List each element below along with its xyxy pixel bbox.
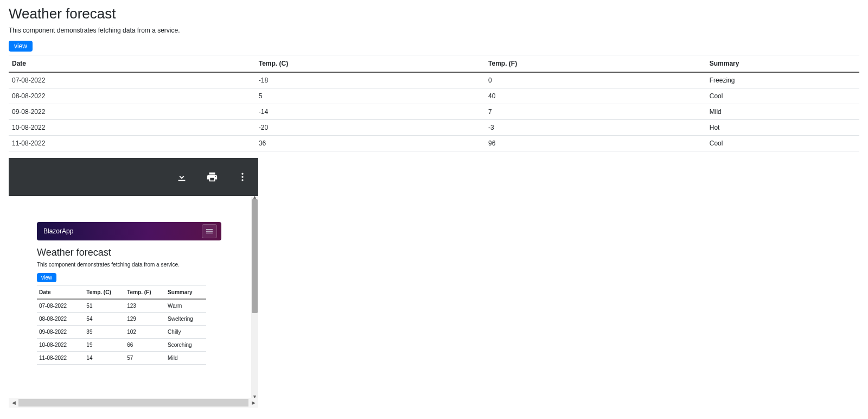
cell-summary: Freezing bbox=[706, 72, 859, 88]
scroll-track[interactable] bbox=[18, 399, 248, 407]
cell-tempf: 123 bbox=[125, 299, 165, 313]
col-date: Date bbox=[37, 286, 84, 300]
cell-summary: Mild bbox=[165, 352, 206, 365]
hamburger-icon[interactable] bbox=[202, 224, 217, 238]
cell-tempc: -20 bbox=[256, 120, 485, 136]
page-description: This component demonstrates fetching dat… bbox=[9, 27, 859, 34]
cell-tempc: 19 bbox=[84, 339, 125, 352]
cell-date: 08-08-2022 bbox=[37, 313, 84, 326]
col-date: Date bbox=[9, 55, 256, 73]
pdf-toolbar bbox=[9, 158, 258, 196]
cell-tempf: 96 bbox=[485, 136, 706, 151]
cell-tempf: 102 bbox=[125, 326, 165, 339]
cell-tempf: 0 bbox=[485, 72, 706, 88]
pdf-view-button[interactable]: view bbox=[37, 273, 56, 282]
svg-point-0 bbox=[241, 173, 243, 175]
table-row: 07-08-2022-180Freezing bbox=[9, 72, 859, 88]
pdf-page-title: Weather forecast bbox=[37, 247, 251, 258]
view-button[interactable]: view bbox=[9, 41, 33, 52]
more-vert-icon[interactable] bbox=[237, 171, 248, 183]
cell-date: 09-08-2022 bbox=[9, 104, 256, 120]
cell-date: 10-08-2022 bbox=[37, 339, 84, 352]
cell-summary: Sweltering bbox=[165, 313, 206, 326]
cell-tempf: 66 bbox=[125, 339, 165, 352]
svg-point-1 bbox=[241, 176, 243, 177]
col-summary: Summary bbox=[165, 286, 206, 300]
print-icon[interactable] bbox=[206, 171, 218, 183]
table-row: 10-08-20221966Scorching bbox=[37, 339, 206, 352]
table-row: 08-08-202254129Sweltering bbox=[37, 313, 206, 326]
cell-tempc: -14 bbox=[256, 104, 485, 120]
pdf-viewer: BlazorApp Weather forecast This componen… bbox=[9, 158, 258, 408]
table-row: 11-08-20221457Mild bbox=[37, 352, 206, 365]
cell-tempc: 14 bbox=[84, 352, 125, 365]
scroll-thumb[interactable] bbox=[252, 199, 258, 313]
pdf-vertical-scrollbar[interactable]: ▲ ▼ bbox=[251, 196, 258, 398]
cell-summary: Warm bbox=[165, 299, 206, 313]
table-row: 10-08-2022-20-3Hot bbox=[9, 120, 859, 136]
download-icon[interactable] bbox=[176, 171, 188, 183]
cell-summary: Mild bbox=[706, 104, 859, 120]
page-title: Weather forecast bbox=[9, 5, 859, 22]
cell-date: 07-08-2022 bbox=[37, 299, 84, 313]
cell-summary: Cool bbox=[706, 136, 859, 151]
cell-tempf: -3 bbox=[485, 120, 706, 136]
table-header-row: Date Temp. (C) Temp. (F) Summary bbox=[37, 286, 206, 300]
table-row: 09-08-2022-147Mild bbox=[9, 104, 859, 120]
table-header-row: Date Temp. (C) Temp. (F) Summary bbox=[9, 55, 859, 73]
app-navbar: BlazorApp bbox=[37, 222, 221, 240]
svg-point-2 bbox=[241, 179, 243, 181]
cell-date: 09-08-2022 bbox=[37, 326, 84, 339]
cell-date: 08-08-2022 bbox=[9, 88, 256, 104]
pdf-body: BlazorApp Weather forecast This componen… bbox=[9, 196, 258, 398]
scroll-left-icon[interactable]: ◀ bbox=[9, 398, 18, 408]
cell-summary: Scorching bbox=[165, 339, 206, 352]
table-row: 09-08-202239102Chilly bbox=[37, 326, 206, 339]
col-tempf: Temp. (F) bbox=[125, 286, 165, 300]
table-row: 11-08-20223696Cool bbox=[9, 136, 859, 151]
app-brand: BlazorApp bbox=[43, 227, 73, 235]
cell-tempc: 39 bbox=[84, 326, 125, 339]
col-tempc: Temp. (C) bbox=[84, 286, 125, 300]
cell-tempf: 7 bbox=[485, 104, 706, 120]
pdf-page-description: This component demonstrates fetching dat… bbox=[37, 262, 251, 268]
pdf-horizontal-scrollbar[interactable]: ◀ ▶ bbox=[9, 398, 258, 408]
cell-summary: Hot bbox=[706, 120, 859, 136]
cell-date: 07-08-2022 bbox=[9, 72, 256, 88]
col-tempc: Temp. (C) bbox=[256, 55, 485, 73]
cell-tempf: 129 bbox=[125, 313, 165, 326]
cell-tempc: 54 bbox=[84, 313, 125, 326]
cell-tempc: 36 bbox=[256, 136, 485, 151]
col-tempf: Temp. (F) bbox=[485, 55, 706, 73]
table-row: 08-08-2022540Cool bbox=[9, 88, 859, 104]
cell-summary: Chilly bbox=[165, 326, 206, 339]
cell-date: 10-08-2022 bbox=[9, 120, 256, 136]
col-summary: Summary bbox=[706, 55, 859, 73]
cell-date: 11-08-2022 bbox=[9, 136, 256, 151]
cell-tempc: 5 bbox=[256, 88, 485, 104]
pdf-forecast-table: Date Temp. (C) Temp. (F) Summary 07-08-2… bbox=[37, 285, 206, 365]
forecast-table: Date Temp. (C) Temp. (F) Summary 07-08-2… bbox=[9, 55, 859, 151]
cell-tempf: 40 bbox=[485, 88, 706, 104]
cell-summary: Cool bbox=[706, 88, 859, 104]
cell-tempf: 57 bbox=[125, 352, 165, 365]
cell-tempc: -18 bbox=[256, 72, 485, 88]
scroll-right-icon[interactable]: ▶ bbox=[248, 398, 258, 408]
cell-date: 11-08-2022 bbox=[37, 352, 84, 365]
cell-tempc: 51 bbox=[84, 299, 125, 313]
table-row: 07-08-202251123Warm bbox=[37, 299, 206, 313]
